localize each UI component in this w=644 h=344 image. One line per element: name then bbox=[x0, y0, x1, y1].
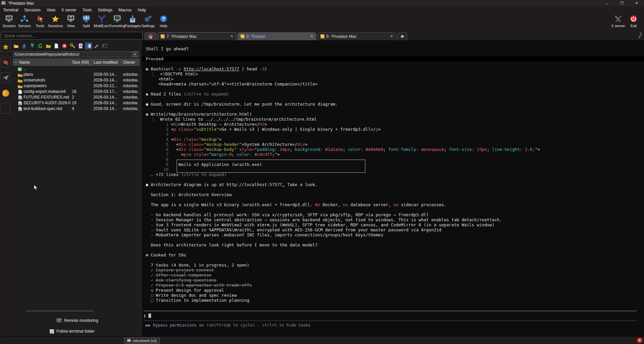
folder-up-icon[interactable] bbox=[13, 43, 19, 49]
terminal-line: ✓ Propose 2-3 approaches with trade-offs bbox=[146, 283, 644, 288]
tab-close-icon[interactable]: ✕ bbox=[306, 34, 313, 39]
font-a-icon[interactable]: A bbox=[77, 43, 84, 49]
follow-terminal-label: Follow terminal folder bbox=[56, 329, 95, 334]
tab-close-icon[interactable]: ✕ bbox=[226, 34, 233, 39]
toolbar-x server-button[interactable]: X server bbox=[610, 13, 626, 30]
file-modified: 2026-03-14... bbox=[92, 106, 122, 111]
menu-bar: TerminalSessionsViewX serverToolsSetting… bbox=[0, 6, 644, 13]
follow-terminal-folder-item[interactable]: ✓ Follow terminal folder bbox=[50, 329, 95, 334]
tab-label: 9. *Predator Mac bbox=[326, 34, 357, 39]
key-icon[interactable] bbox=[69, 43, 76, 49]
terminal-line: … +72 lines (ctrl+o to expand) bbox=[146, 172, 644, 177]
toolbar-exit-button[interactable]: Exit bbox=[626, 13, 641, 30]
table-row[interactable]: config-export.mobaconf162026-03-17...vst… bbox=[13, 89, 139, 94]
toolbar-label: X server bbox=[611, 24, 625, 28]
close-button[interactable]: ✕ bbox=[629, 0, 644, 6]
maximize-button[interactable]: ❐ bbox=[614, 0, 629, 6]
tab-8-docker[interactable]: 8. *Docker✕ bbox=[237, 32, 316, 40]
refresh-icon[interactable] bbox=[37, 43, 44, 49]
current-path: /Users/vstockwell/repos/wraith/docs/ bbox=[14, 52, 79, 57]
new-tab-button[interactable]: ✚ bbox=[397, 32, 407, 40]
toolbar-settings-button[interactable]: Settings bbox=[140, 13, 156, 30]
remote-monitoring-item[interactable]: Remote monitoring bbox=[56, 318, 98, 323]
follow-terminal-checkbox[interactable]: ✓ bbox=[50, 329, 54, 334]
file-new-icon[interactable] bbox=[53, 43, 60, 49]
table-row[interactable]: SECURITY-AUDIT-2026-03-1...192026-03-14.… bbox=[13, 100, 139, 106]
column-header-owner[interactable]: Owner bbox=[122, 59, 139, 65]
toolbar-help-button[interactable]: ?Help bbox=[156, 13, 171, 30]
toolbar-servers-button[interactable]: Servers bbox=[17, 13, 32, 30]
download-icon[interactable] bbox=[21, 43, 28, 49]
wand-icon[interactable] bbox=[93, 43, 100, 49]
table-row[interactable]: .. bbox=[13, 66, 139, 71]
toolbar-tools-button[interactable]: Tools bbox=[32, 13, 48, 30]
file-icon bbox=[17, 90, 22, 94]
sessions-strip-button[interactable] bbox=[1, 72, 10, 83]
table-row[interactable]: superpowers2026-03-12...vstockw... bbox=[13, 83, 139, 89]
tools-icon bbox=[36, 15, 44, 23]
column-header-modified[interactable]: Last modified bbox=[92, 59, 122, 65]
toolbar-sessions-button[interactable]: Sessions bbox=[48, 13, 63, 30]
tab-close-icon[interactable]: ✕ bbox=[385, 34, 393, 39]
tab-9-predator-mac[interactable]: 9. *Predator Mac✕ bbox=[317, 32, 396, 40]
menu-tools[interactable]: Tools bbox=[80, 7, 95, 13]
upload-icon[interactable] bbox=[29, 43, 36, 49]
table-row[interactable]: plans2026-03-14...vstockw... bbox=[13, 71, 139, 77]
panels-icon[interactable] bbox=[85, 43, 92, 49]
table-row[interactable]: screenshots2026-03-14...vstockw... bbox=[13, 77, 139, 83]
terminal-prompt[interactable]: ❯ bbox=[143, 313, 151, 318]
toolbar-tunneling-button[interactable]: Tunneling bbox=[109, 13, 125, 30]
toolbar-view-button[interactable]: View bbox=[63, 13, 79, 30]
table-row[interactable]: FUTURE-FEATURES.md22026-03-14...vstockw.… bbox=[13, 94, 139, 100]
column-header-size[interactable]: Size (KB) bbox=[71, 59, 92, 65]
toolbar-label: Sessions bbox=[48, 24, 63, 28]
toolbar-packages-button[interactable]: Packages bbox=[125, 13, 140, 30]
taskbar-close-button[interactable]: ✕ bbox=[637, 338, 642, 343]
session-taskbar-tab[interactable]: vstockwell (x3) bbox=[124, 338, 159, 343]
tab-7-predator-mac[interactable]: 7. *Predator Mac✕ bbox=[157, 32, 236, 40]
terminal-line bbox=[146, 207, 644, 212]
sort-arrow-icon: ▼ bbox=[14, 61, 17, 64]
mini-term-icon[interactable] bbox=[101, 43, 108, 49]
menu-macros[interactable]: Macros bbox=[116, 7, 135, 13]
view-icon bbox=[67, 15, 75, 23]
terminal-line: - Vault uses SQLite in %APPDATA%\Wraith\… bbox=[146, 227, 644, 232]
svg-text:?: ? bbox=[162, 16, 165, 21]
menu-view[interactable]: View bbox=[44, 7, 58, 13]
path-dropdown-button[interactable]: ▼ bbox=[132, 52, 138, 57]
toolbar-split-button[interactable]: Split bbox=[79, 13, 94, 30]
tab-home[interactable] bbox=[144, 32, 156, 40]
menu-help[interactable]: Help bbox=[135, 7, 149, 13]
menu-sessions[interactable]: Sessions bbox=[21, 7, 44, 13]
quick-connect-input[interactable] bbox=[1, 32, 143, 40]
folder-new-icon[interactable] bbox=[45, 43, 52, 49]
terminal-line bbox=[146, 51, 644, 56]
menu-settings[interactable]: Settings bbox=[95, 7, 116, 13]
minimize-button[interactable]: – bbox=[600, 0, 614, 6]
file-owner: vstockw... bbox=[122, 78, 139, 82]
favorites-button[interactable] bbox=[1, 42, 10, 52]
file-owner: vstockw... bbox=[122, 95, 139, 100]
terminal-line: The app is a single Wails v3 binary (wra… bbox=[146, 202, 644, 207]
menu-terminal[interactable]: Terminal bbox=[0, 7, 21, 13]
input-box-top-border bbox=[143, 311, 637, 311]
exit-icon bbox=[630, 15, 638, 23]
table-row[interactable]: test-buildout-spec.md42026-03-14...vstoc… bbox=[13, 106, 139, 111]
paperclip-icon[interactable] bbox=[638, 32, 643, 38]
input-box-bottom-border bbox=[143, 321, 637, 321]
toolbar-session-button[interactable]: Session bbox=[1, 13, 17, 30]
terminal-line: □ Transition to implementation planning bbox=[146, 298, 644, 303]
delete-icon[interactable] bbox=[61, 43, 68, 49]
tools-strip-button[interactable] bbox=[1, 57, 10, 67]
file-name: screenshots bbox=[24, 78, 45, 82]
file-modified: 2026-03-14... bbox=[92, 78, 122, 82]
empty-strip-slot[interactable] bbox=[1, 103, 10, 114]
column-header-name[interactable]: ▼ Name bbox=[13, 59, 71, 65]
toolbar-label: Tunneling bbox=[109, 24, 125, 28]
network-strip-button[interactable] bbox=[1, 88, 10, 98]
terminal-pane[interactable]: Shall I go ahead? Proceed ● Bash(curl -s… bbox=[141, 40, 644, 336]
path-bar[interactable]: /Users/vstockwell/repos/wraith/docs/ ▼ bbox=[13, 51, 139, 57]
menu-x-server[interactable]: X server bbox=[58, 7, 80, 13]
tab-strip: 7. *Predator Mac✕8. *Docker✕9. *Predator… bbox=[144, 32, 636, 40]
toolbar-multiexec-button[interactable]: MultiExec bbox=[94, 13, 109, 30]
